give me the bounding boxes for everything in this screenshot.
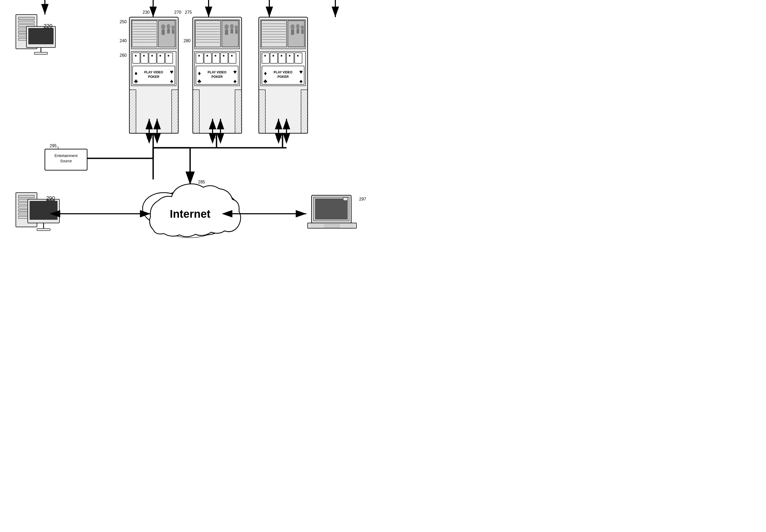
svg-text:♠: ♠ [135, 54, 137, 58]
svg-text:♥: ♥ [170, 69, 173, 75]
label-230: 230 [143, 10, 150, 15]
svg-text:PLAY VIDEO: PLAY VIDEO [207, 70, 226, 74]
svg-rect-39 [172, 30, 174, 34]
svg-point-34 [161, 24, 165, 30]
label-285: 285 [198, 180, 205, 184]
svg-text:♣: ♣ [263, 78, 267, 84]
svg-rect-100 [261, 21, 286, 47]
label-220: 220 [44, 23, 52, 29]
svg-rect-35 [162, 30, 165, 35]
svg-rect-20 [34, 52, 48, 54]
svg-rect-115 [301, 30, 304, 34]
svg-rect-96 [193, 90, 199, 133]
svg-text:♠: ♠ [272, 54, 274, 58]
label-295: 295 [50, 144, 57, 148]
svg-rect-11 [18, 21, 34, 23]
svg-text:♦: ♦ [134, 70, 137, 77]
svg-rect-62 [195, 21, 220, 47]
svg-text:♠: ♠ [143, 54, 145, 58]
svg-text:♠: ♠ [222, 54, 225, 58]
internet-label: Internet [170, 208, 210, 220]
svg-text:♠: ♠ [299, 78, 302, 84]
label-240: 240 [120, 39, 127, 43]
svg-rect-10 [18, 17, 34, 20]
label-297: 297 [359, 197, 366, 201]
svg-point-76 [235, 25, 238, 30]
svg-text:♦: ♦ [264, 70, 267, 77]
svg-text:PLAY VIDEO: PLAY VIDEO [273, 70, 292, 74]
label-290: 290 [46, 195, 55, 201]
svg-text:♠: ♠ [233, 78, 236, 84]
svg-text:♠: ♠ [214, 54, 216, 58]
svg-rect-161 [30, 201, 57, 220]
svg-text:♦: ♦ [198, 70, 201, 77]
label-270: 270 [174, 10, 181, 15]
label-280: 280 [183, 39, 191, 43]
svg-rect-135 [301, 90, 307, 133]
svg-text:♠: ♠ [151, 54, 153, 58]
svg-point-38 [171, 25, 174, 30]
svg-point-74 [230, 24, 234, 29]
svg-text:♠: ♠ [206, 54, 208, 58]
svg-text:♠: ♠ [288, 54, 291, 58]
svg-text:♠: ♠ [198, 54, 200, 58]
svg-rect-134 [259, 90, 265, 133]
svg-rect-58 [129, 90, 136, 133]
svg-point-112 [296, 24, 300, 29]
diagram-container: 220 ♠ ♠ ♠ ♠ ♠ ♦ ♥ ♣ ♠ PLAY VIDEO P [0, 0, 383, 266]
svg-text:PLAY VIDEO: PLAY VIDEO [144, 70, 163, 74]
svg-rect-97 [235, 90, 241, 133]
entertainment-source-label: Entertainment [54, 154, 77, 158]
svg-text:♠: ♠ [280, 54, 282, 58]
svg-rect-163 [37, 229, 50, 231]
label-275: 275 [185, 10, 192, 15]
svg-text:♠: ♠ [264, 54, 266, 58]
svg-text:♠: ♠ [170, 78, 173, 84]
svg-text:♥: ♥ [233, 69, 236, 75]
svg-text:POKER: POKER [148, 75, 159, 79]
svg-rect-176 [343, 197, 347, 201]
svg-rect-18 [29, 28, 53, 44]
svg-point-36 [167, 24, 170, 29]
svg-text:POKER: POKER [211, 75, 223, 79]
svg-text:♠: ♠ [231, 54, 233, 58]
svg-text:♣: ♣ [134, 78, 138, 84]
svg-rect-111 [291, 30, 294, 35]
svg-point-114 [301, 25, 304, 30]
entertainment-source-label2: Source [60, 159, 72, 163]
svg-text:♠: ♠ [297, 54, 299, 58]
svg-text:♠: ♠ [167, 54, 169, 58]
svg-rect-77 [235, 30, 238, 34]
svg-rect-113 [296, 29, 299, 34]
svg-text:POKER: POKER [277, 75, 289, 79]
label-260: 260 [120, 53, 127, 58]
svg-rect-75 [230, 29, 233, 34]
svg-rect-153 [18, 195, 34, 198]
svg-text:♠: ♠ [159, 54, 161, 58]
svg-text:♥: ♥ [299, 69, 302, 75]
svg-rect-59 [172, 90, 178, 133]
svg-rect-181 [325, 224, 339, 227]
label-250: 250 [120, 20, 127, 24]
svg-rect-23 [132, 21, 157, 47]
svg-point-110 [290, 24, 295, 30]
svg-rect-175 [315, 198, 348, 220]
svg-rect-73 [225, 30, 228, 35]
svg-rect-37 [167, 29, 170, 34]
svg-text:♣: ♣ [197, 78, 201, 84]
svg-point-72 [224, 24, 229, 30]
